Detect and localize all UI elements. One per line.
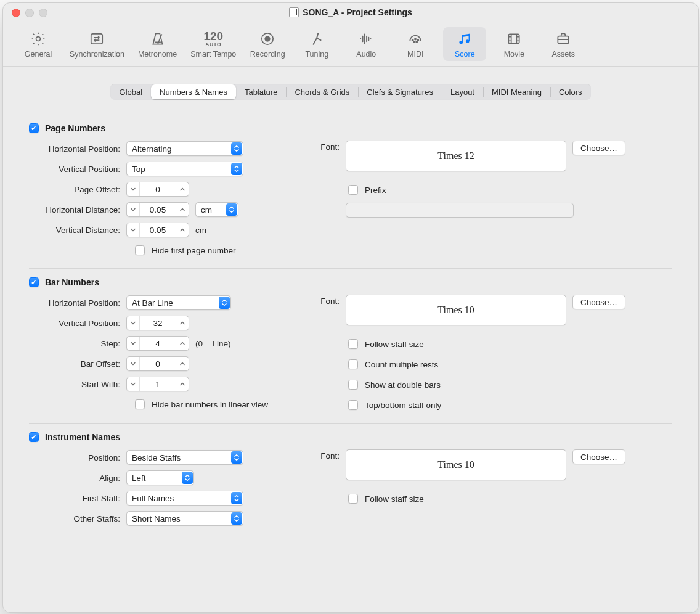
pn-hdist-stepper[interactable]: 0.05 <box>126 202 189 217</box>
bn-font-preview: Times 10 <box>346 295 566 325</box>
pn-prefix-input[interactable] <box>346 203 574 218</box>
bn-count-rests-checkbox[interactable] <box>348 359 358 369</box>
in-font-choose-button[interactable]: Choose… <box>572 449 625 464</box>
chevron-up-icon[interactable] <box>176 337 189 350</box>
bn-hide-linear-label: Hide bar numbers in linear view <box>152 400 268 409</box>
chevron-up-icon[interactable] <box>176 223 189 237</box>
pn-prefix-label: Prefix <box>365 186 386 195</box>
chevron-up-icon[interactable] <box>176 316 189 330</box>
tab-numbers-names[interactable]: Numbers & Names <box>151 84 236 99</box>
chevron-down-icon[interactable] <box>127 337 140 350</box>
bn-step-stepper[interactable]: 4 <box>126 336 189 351</box>
bn-baroffset-stepper[interactable]: 0 <box>126 356 189 371</box>
bn-double-bars-checkbox[interactable] <box>348 380 358 390</box>
toolbar-metronome[interactable]: Metronome <box>134 27 181 61</box>
toolbar-tuning[interactable]: Tuning <box>295 27 338 61</box>
pn-hide-first-label: Hide first page number <box>152 246 236 255</box>
pn-hdist-unit: cm <box>201 205 212 215</box>
svg-point-0 <box>36 36 41 41</box>
in-other-staffs-select[interactable]: Short Names <box>126 511 243 526</box>
bn-startwith-label: Start With: <box>29 380 120 389</box>
toolbar-general[interactable]: General <box>17 27 60 61</box>
pn-vdist-unit: cm <box>195 226 206 235</box>
pn-pageoffset-label: Page Offset: <box>29 185 120 194</box>
in-position-select[interactable]: Beside Staffs <box>126 450 243 465</box>
toolbar-smart-tempo[interactable]: 120 AUTO Smart Tempo <box>187 27 240 61</box>
chevron-down-icon[interactable] <box>127 203 140 216</box>
music-notes-icon <box>456 30 473 48</box>
pn-font-choose-button[interactable]: Choose… <box>572 141 625 155</box>
bn-startwith-value: 1 <box>140 380 176 389</box>
chevron-down-icon[interactable] <box>127 357 140 370</box>
bn-vpos-stepper[interactable]: 32 <box>126 316 189 330</box>
pn-vpos-label: Vertical Position: <box>29 165 120 174</box>
toolbar-movie[interactable]: Movie <box>492 27 535 61</box>
bn-hide-linear-checkbox[interactable] <box>135 399 145 409</box>
bn-hpos-value: At Bar Line <box>132 298 173 308</box>
chevron-down-icon[interactable] <box>127 223 140 237</box>
chevron-down-icon[interactable] <box>127 377 140 391</box>
pn-hpos-select[interactable]: Alternating <box>126 141 243 156</box>
instrument-names-title: Instrument Names <box>45 432 120 442</box>
toolbar-audio[interactable]: Audio <box>344 27 388 61</box>
toolbar-score[interactable]: Score <box>443 27 486 61</box>
tab-tablature[interactable]: Tablature <box>236 84 286 99</box>
in-position-value: Beside Staffs <box>132 453 181 462</box>
content-area: Page Numbers Horizontal Position: Altern… <box>3 104 698 539</box>
tab-clefs-signatures[interactable]: Clefs & Signatures <box>358 84 442 99</box>
chevron-up-icon[interactable] <box>176 182 189 196</box>
bn-startwith-stepper[interactable]: 1 <box>126 377 189 391</box>
pn-vdist-stepper[interactable]: 0.05 <box>126 223 189 237</box>
pn-vdist-value: 0.05 <box>140 226 176 235</box>
chevron-down-icon[interactable] <box>127 182 140 196</box>
in-follow-staff-checkbox[interactable] <box>348 494 358 504</box>
close-window-button[interactable] <box>12 9 20 17</box>
toolbar-assets[interactable]: Assets <box>542 27 585 61</box>
toolbar-recording-label: Recording <box>250 50 285 59</box>
instrument-names-section: Instrument Names Position: Beside Staffs… <box>29 423 672 526</box>
pn-hdist-unit-select[interactable]: cm <box>195 202 238 217</box>
toolbar-midi[interactable]: MIDI <box>394 27 437 61</box>
bn-follow-staff-checkbox[interactable] <box>348 339 358 349</box>
zoom-window-button[interactable] <box>39 9 47 17</box>
instrument-names-toggle[interactable] <box>29 432 39 442</box>
score-subtabs: Global Numbers & Names Tablature Chords … <box>110 84 592 100</box>
tab-colors[interactable]: Colors <box>550 84 591 99</box>
pn-hdist-label: Horizontal Distance: <box>29 205 120 215</box>
bn-hpos-select[interactable]: At Bar Line <box>126 295 231 310</box>
briefcase-icon <box>555 30 571 48</box>
window-title: SONG_A - Project Settings <box>289 7 412 17</box>
chevron-updown-icon <box>231 451 242 464</box>
tab-midi-meaning[interactable]: MIDI Meaning <box>483 84 550 99</box>
toolbar-tuning-label: Tuning <box>305 50 328 59</box>
bn-baroffset-value: 0 <box>140 359 176 369</box>
toolbar-sync[interactable]: Synchronization <box>66 27 128 61</box>
chevron-down-icon[interactable] <box>127 316 140 330</box>
in-first-staff-select[interactable]: Full Names <box>126 491 243 506</box>
bn-double-bars-label: Show at double bars <box>365 380 441 390</box>
page-numbers-toggle[interactable] <box>29 123 39 133</box>
tab-chords-grids[interactable]: Chords & Grids <box>286 84 358 99</box>
chevron-up-icon[interactable] <box>176 377 189 391</box>
bar-numbers-toggle[interactable] <box>29 277 39 287</box>
bn-vpos-label: Vertical Position: <box>29 319 120 328</box>
pn-prefix-checkbox[interactable] <box>348 185 358 195</box>
toolbar-audio-label: Audio <box>356 50 376 59</box>
minimize-window-button[interactable] <box>25 9 34 17</box>
bn-step-label: Step: <box>29 339 120 348</box>
tab-global[interactable]: Global <box>111 84 152 99</box>
gear-icon <box>30 30 46 48</box>
pn-pageoffset-stepper[interactable]: 0 <box>126 182 189 197</box>
bn-top-bottom-checkbox[interactable] <box>348 400 358 410</box>
pn-hide-first-checkbox[interactable] <box>135 245 145 255</box>
bn-font-choose-button[interactable]: Choose… <box>572 295 625 309</box>
tab-layout[interactable]: Layout <box>442 84 483 99</box>
score-subtabs-row: Global Numbers & Names Tablature Chords … <box>3 67 698 104</box>
chevron-up-icon[interactable] <box>176 203 189 216</box>
toolbar-recording[interactable]: Recording <box>246 27 289 61</box>
in-align-select[interactable]: Left <box>126 470 194 485</box>
waveform-icon <box>358 30 374 48</box>
pn-vpos-select[interactable]: Top <box>126 162 243 176</box>
chevron-up-icon[interactable] <box>176 357 189 370</box>
in-font-preview: Times 10 <box>346 449 566 480</box>
